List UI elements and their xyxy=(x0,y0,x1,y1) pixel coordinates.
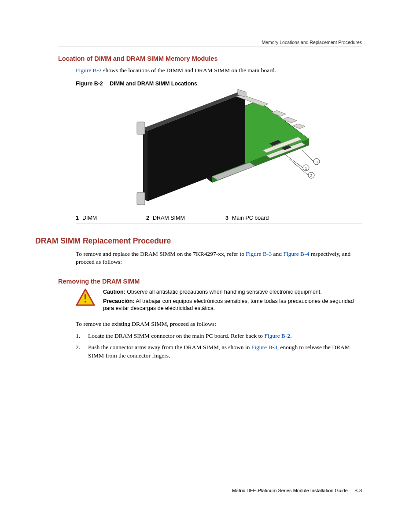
figure-b3-link[interactable]: Figure B-3 xyxy=(246,251,272,257)
section-removing-title: Removing the DRAM SIMM xyxy=(58,278,362,285)
caution-label-en: Caution: xyxy=(103,289,125,295)
legend-2-num: 2 xyxy=(146,215,149,221)
figure-b2-link[interactable]: Figure B-2 xyxy=(76,67,102,74)
caution-text-en: Observe all antistatic precautions when … xyxy=(125,289,322,295)
svg-text:3: 3 xyxy=(315,160,317,164)
remove-intro: To remove the existing DRAM SIMM, procee… xyxy=(76,320,362,328)
figure-caption: Figure B-2 DIMM and DRAM SIMM Locations xyxy=(76,81,362,87)
svg-line-23 xyxy=(284,154,303,168)
dram-intro: To remove and replace the DRAM SIMM on t… xyxy=(76,250,362,266)
svg-line-25 xyxy=(302,150,313,162)
dram-intro-pre: To remove and replace the DRAM SIMM on t… xyxy=(76,251,246,257)
dram-intro-mid: and xyxy=(272,251,283,257)
legend-2-label: DRAM SIMM xyxy=(153,215,185,221)
svg-text:2: 2 xyxy=(310,173,312,178)
svg-marker-12 xyxy=(143,128,147,201)
warning-icon xyxy=(76,288,95,306)
page-footer: Matrix DFE-Platinum Series Module Instal… xyxy=(232,488,362,493)
step-2: 2. Push the connector arms away from the… xyxy=(76,343,362,360)
step-2-pre: Push the connector arms away from the DR… xyxy=(88,344,251,350)
figure-b2-image: 1 2 3 xyxy=(76,88,362,212)
step-1: 1. Locate the DRAM SIMM connector on the… xyxy=(76,332,362,340)
figure-legend: 1 DIMM 2 DRAM SIMM 3 Main PC board xyxy=(76,212,362,224)
step-1-pre: Locate the DRAM SIMM connector on the ma… xyxy=(88,332,264,339)
svg-rect-21 xyxy=(137,192,145,205)
section-location-title: Location of DIMM and DRAM SIMM Memory Mo… xyxy=(58,55,362,62)
figure-label: Figure B-2 xyxy=(76,81,103,87)
legend-3-label: Main PC board xyxy=(232,215,269,221)
legend-1-label: DIMM xyxy=(82,215,97,221)
running-header: Memory Locations and Replacement Procedu… xyxy=(58,40,362,47)
svg-rect-30 xyxy=(85,301,86,302)
step-1-num: 1. xyxy=(76,332,84,340)
svg-marker-17 xyxy=(293,124,305,129)
footer-page-number: B-3 xyxy=(354,488,362,493)
step-1-post: . xyxy=(290,332,291,339)
legend-1-num: 1 xyxy=(76,215,79,221)
svg-text:1: 1 xyxy=(305,166,307,170)
step-2-link[interactable]: Figure B-3 xyxy=(251,344,277,350)
svg-rect-20 xyxy=(137,122,145,134)
figure-title: DIMM and DRAM SIMM Locations xyxy=(110,81,197,87)
svg-rect-29 xyxy=(85,294,86,299)
loc-intro-text: shows the locations of the DIMM and DRAM… xyxy=(102,67,276,74)
location-intro: Figure B-2 shows the locations of the DI… xyxy=(76,66,362,74)
caution-block: Caution: Observe all antistatic precauti… xyxy=(76,288,362,314)
step-1-link[interactable]: Figure B-2 xyxy=(264,332,290,339)
step-list: 1. Locate the DRAM SIMM connector on the… xyxy=(76,332,362,361)
section-dram-title: DRAM SIMM Replacement Procedure xyxy=(35,236,362,246)
step-2-num: 2. xyxy=(76,343,84,360)
figure-b4-link[interactable]: Figure B-4 xyxy=(283,251,309,257)
caution-text-es: Al trabajar con equipos electrónicos sen… xyxy=(103,298,354,312)
caution-label-es: Precaución: xyxy=(103,298,135,304)
footer-doc-title: Matrix DFE-Platinum Series Module Instal… xyxy=(232,488,348,493)
legend-3-num: 3 xyxy=(225,215,228,221)
